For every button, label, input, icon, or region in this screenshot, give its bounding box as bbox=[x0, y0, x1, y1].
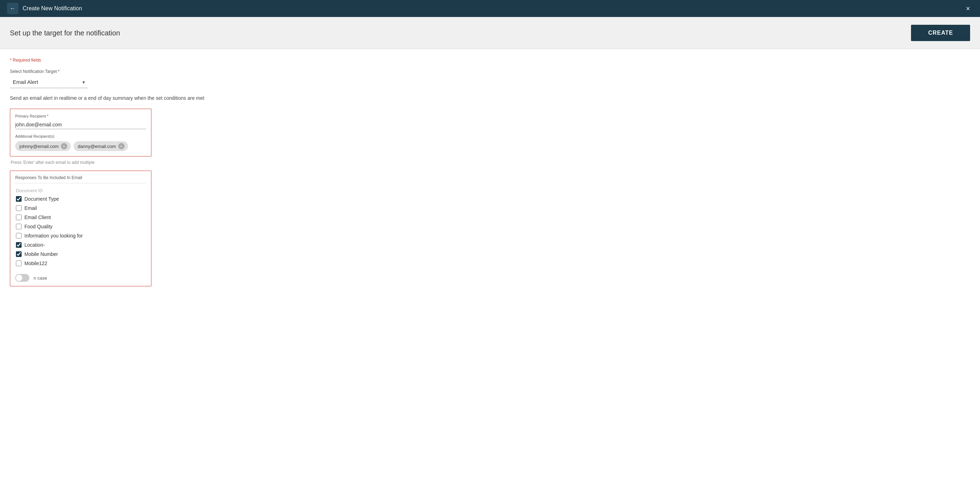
toggle-area: n case bbox=[15, 274, 146, 282]
tag-remove-button[interactable]: × bbox=[118, 143, 124, 150]
notification-target-group: Select Notification Target * Email Alert… bbox=[10, 69, 970, 88]
back-icon: ← bbox=[10, 5, 16, 12]
list-item: Mobile Number bbox=[15, 250, 146, 259]
checkbox-label: Email Client bbox=[24, 215, 51, 220]
close-button[interactable]: × bbox=[963, 3, 973, 14]
notification-target-select-wrapper: Email Alert SMS Push Notification ▾ bbox=[10, 76, 88, 88]
tags-container: johnny@email.com×danny@email.com× bbox=[15, 141, 146, 151]
modal-wrapper: ← Create New Notification × Set up the t… bbox=[0, 0, 980, 492]
recipients-section: Primary Recipient * Additional Recipient… bbox=[10, 109, 151, 156]
back-button[interactable]: ← bbox=[7, 3, 18, 14]
modal-title: Create New Notification bbox=[23, 5, 959, 12]
close-icon: × bbox=[966, 5, 970, 13]
checkbox-label: Food Quality bbox=[24, 224, 52, 229]
checkbox-label: Document Type bbox=[24, 196, 59, 202]
description-text: Send an email alert in realtime or a end… bbox=[10, 95, 970, 101]
responses-section: Responses To Be Included In Email Docume… bbox=[10, 170, 151, 287]
recipient-tag: johnny@email.com× bbox=[15, 141, 71, 151]
checkbox-label: Information you looking for bbox=[24, 233, 83, 239]
checkbox-list: Document ID Document TypeEmailEmail Clie… bbox=[15, 187, 146, 268]
primary-recipient-label: Primary Recipient * bbox=[15, 114, 146, 118]
recipient-tag: danny@email.com× bbox=[73, 141, 128, 151]
header-bar: Set up the target for the notification C… bbox=[0, 17, 980, 49]
list-item: NPS bbox=[15, 268, 146, 268]
checkbox-label: Mobile122 bbox=[24, 261, 48, 266]
list-item: Location- bbox=[15, 240, 146, 250]
checkbox-mobile122[interactable] bbox=[16, 261, 22, 266]
checkbox-label: Email bbox=[24, 205, 37, 211]
checkbox-email[interactable] bbox=[16, 205, 22, 211]
create-button[interactable]: CREATE bbox=[911, 25, 970, 41]
notification-target-label: Select Notification Target * bbox=[10, 69, 970, 74]
responses-section-label: Responses To Be Included In Email bbox=[15, 175, 146, 183]
list-item: Email bbox=[15, 204, 146, 213]
checkbox-document-type[interactable] bbox=[16, 196, 22, 202]
notification-target-select[interactable]: Email Alert SMS Push Notification bbox=[10, 76, 88, 88]
list-item: Document Type bbox=[15, 194, 146, 204]
checkbox-location-[interactable] bbox=[16, 242, 22, 248]
tag-email-label: johnny@email.com bbox=[19, 144, 59, 149]
checkbox-label: Location- bbox=[24, 242, 45, 248]
checkbox-label: Mobile Number bbox=[24, 251, 58, 257]
required-note: * Required fields bbox=[10, 58, 970, 63]
title-bar: ← Create New Notification × bbox=[0, 0, 980, 17]
checkbox-food-quality[interactable] bbox=[16, 224, 22, 229]
main-content: * Required fields Select Notification Ta… bbox=[0, 49, 980, 492]
tag-email-label: danny@email.com bbox=[78, 144, 116, 149]
checkbox-information-you-looking-for[interactable] bbox=[16, 233, 22, 239]
checkbox-email-client[interactable] bbox=[16, 215, 22, 220]
toggle-label: n case bbox=[33, 275, 47, 281]
list-item: Mobile122 bbox=[15, 259, 146, 268]
checkbox-mobile-number[interactable] bbox=[16, 251, 22, 257]
partial-item: Document ID bbox=[15, 187, 146, 194]
tag-remove-button[interactable]: × bbox=[61, 143, 67, 150]
toggle-switch[interactable] bbox=[15, 274, 29, 282]
page-title: Set up the target for the notification bbox=[10, 29, 120, 37]
list-item: Information you looking for bbox=[15, 231, 146, 240]
list-item: Email Client bbox=[15, 213, 146, 222]
additional-recipients-label: Additional Recipient(s) bbox=[15, 134, 146, 139]
primary-recipient-input[interactable] bbox=[15, 120, 146, 129]
press-enter-hint: Press 'Enter' after each email to add mu… bbox=[10, 160, 970, 165]
list-item: Food Quality bbox=[15, 222, 146, 231]
